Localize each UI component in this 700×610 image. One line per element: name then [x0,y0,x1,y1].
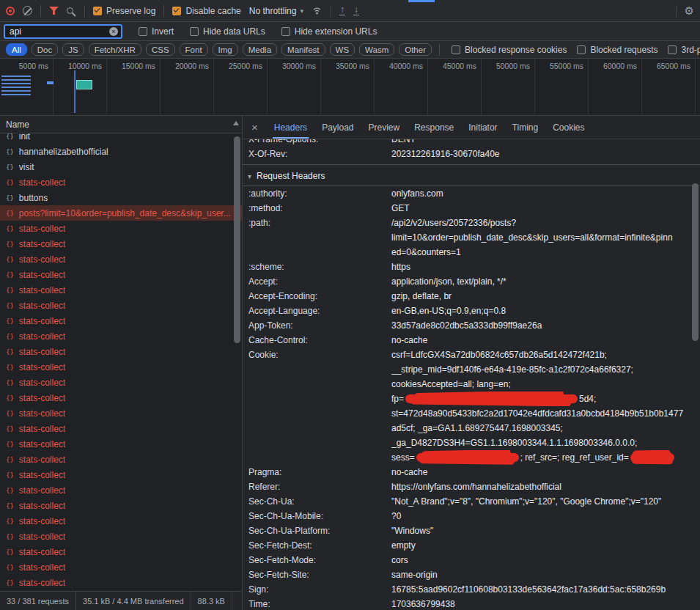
export-har-icon[interactable]: ↓ [353,6,359,15]
request-row[interactable]: {}init [0,133,242,144]
request-name: posts?limit=10&order=publish_date_desc&s… [19,208,231,218]
checkbox-unchecked-icon[interactable] [281,27,290,36]
request-row[interactable]: {}stats-collect [0,544,242,559]
disable-cache-checkbox[interactable]: Disable cache [172,6,240,16]
request-row[interactable]: {}posts?limit=10&order=publish_date_desc… [0,205,242,221]
request-list-scrollbar[interactable] [234,136,240,343]
invert-checkbox[interactable]: Invert [139,26,174,37]
tab-timing[interactable]: Timing [505,116,546,139]
overview-tick-label: 45000 ms [428,59,482,115]
request-row[interactable]: {}stats-collect [0,513,242,529]
tab-payload[interactable]: Payload [314,116,361,139]
request-row[interactable]: {}stats-collect [0,390,242,405]
request-row[interactable]: {}stats-collect [0,313,242,328]
name-column-header[interactable]: Name [0,116,242,133]
option-blocked-requests[interactable]: Blocked requests [577,45,657,55]
tab-initiator[interactable]: Initiator [461,116,504,139]
type-filter-chip-all[interactable]: All [6,43,27,56]
request-row[interactable]: {}stats-collect [0,452,242,467]
tab-headers[interactable]: Headers [267,116,314,139]
request-row[interactable]: {}stats-collect [0,405,242,421]
checkbox-unchecked-icon[interactable] [190,27,199,36]
checkbox-unchecked-icon[interactable] [668,45,677,54]
type-filter-chip-css[interactable]: CSS [146,43,175,56]
request-row[interactable]: {}stats-collect [0,559,242,575]
request-row[interactable]: {}stats-collect [0,467,242,482]
details-scrollbar[interactable] [692,183,699,341]
timeline-overview[interactable]: 5000 ms10000 ms15000 ms20000 ms25000 ms3… [0,59,700,116]
request-row[interactable]: {}stats-collect [0,436,242,452]
option-blocked-response-cookies[interactable]: Blocked response cookies [452,45,567,55]
collapse-triangle-icon[interactable]: ▾ [248,172,251,180]
search-icon[interactable] [67,7,73,14]
header-value-line: no-cache [391,333,700,348]
hide-extension-urls-checkbox[interactable]: Hide extension URLs [281,26,377,37]
close-details-icon[interactable]: × [243,121,267,133]
type-filter-chip-fetch-xhr[interactable]: Fetch/XHR [89,43,141,56]
type-filter-chip-media[interactable]: Media [243,43,277,56]
header-value: "Not_A Brand";v="8", "Chromium";v="120",… [391,494,700,509]
request-row[interactable]: {}stats-collect [0,421,242,436]
request-row[interactable]: {}buttons [0,190,242,205]
header-value: application/json, text/plain, */* [391,274,700,289]
type-filter-chip-doc[interactable]: Doc [32,43,58,56]
checkbox-unchecked-icon[interactable] [577,45,586,54]
option-3rd-party-requests[interactable]: 3rd-party requests [668,45,700,55]
type-filter-chip-ws[interactable]: WS [330,43,355,56]
type-filter-chip-wasm[interactable]: Wasm [359,43,394,56]
checkbox-checked-icon[interactable] [93,7,102,15]
request-row[interactable]: {}stats-collect [0,575,242,590]
request-row[interactable]: {}stats-collect [0,529,242,544]
checkbox-unchecked-icon[interactable] [452,45,460,54]
header-value: 16785:5aad9602cf110608b03133de563642fac1… [391,582,700,597]
import-har-icon[interactable]: ↑ [339,6,345,15]
type-filter-chip-img[interactable]: Img [213,43,238,56]
header-value: 202312261916-30670fa40e [391,147,700,161]
request-row[interactable]: {}stats-collect [0,298,242,313]
request-row[interactable]: {}hannahelizabethofficial [0,144,242,159]
header-value: no-cache [391,465,700,479]
tab-preview[interactable]: Preview [361,116,408,139]
request-headers-section-header[interactable]: ▾ Request Headers [243,166,700,186]
type-filter-chip-other[interactable]: Other [399,43,432,56]
type-filter-chip-manifest[interactable]: Manifest [281,43,325,56]
request-name: stats-collect [19,285,65,295]
overview-tick-label: 55000 ms [535,59,589,115]
clear-filter-icon[interactable]: × [109,27,118,36]
request-type-icon: {} [6,502,14,510]
top-blue-strip [408,0,435,2]
request-row[interactable]: {}visit [0,159,242,174]
record-network-log-button[interactable] [6,7,15,15]
preserve-log-checkbox[interactable]: Preserve log [93,6,155,16]
request-row[interactable]: {}stats-collect [0,344,242,359]
request-row[interactable]: {}stats-collect [0,221,242,236]
request-row[interactable]: {}stats-collect [0,236,242,251]
request-row[interactable]: {}stats-collect [0,251,242,267]
checkbox-checked-icon[interactable] [172,7,181,15]
filter-icon[interactable] [49,7,59,15]
request-row[interactable]: {}stats-collect [0,282,242,298]
network-conditions-icon[interactable] [312,6,323,15]
request-row[interactable]: {}stats-collect [0,359,242,375]
request-type-icon: {} [6,148,14,155]
request-row[interactable]: {}stats-collect [0,375,242,390]
request-row[interactable]: {}stats-collect [0,174,242,190]
throttling-select[interactable]: No throttling ▾ [249,6,303,16]
header-value-line: __stripe_mid=9df140f6-e64a-419e-85fc-a1c… [391,362,700,377]
type-filter-chip-js[interactable]: JS [62,43,84,56]
header-value-line: limit=10&order=publish_date_desc&skip_us… [391,230,700,245]
request-row[interactable]: {}stats-collect [0,482,242,498]
type-filter-chip-font[interactable]: Font [180,43,208,56]
request-row[interactable]: {}stats-collect [0,498,242,513]
tab-response[interactable]: Response [407,116,461,139]
tab-cookies[interactable]: Cookies [545,116,592,139]
header-name: Pragma: [248,465,391,479]
clear-network-log-button[interactable] [23,6,32,15]
hide-data-urls-checkbox[interactable]: Hide data URLs [190,26,265,37]
request-row[interactable]: {}stats-collect [0,328,242,344]
checkbox-unchecked-icon[interactable] [139,27,147,36]
scrollbar-up-arrow-icon[interactable] [233,121,239,125]
request-row[interactable]: {}stats-collect [0,267,242,282]
filter-input[interactable]: api × [4,24,122,39]
settings-gear-icon[interactable]: ⚙ [685,5,694,16]
